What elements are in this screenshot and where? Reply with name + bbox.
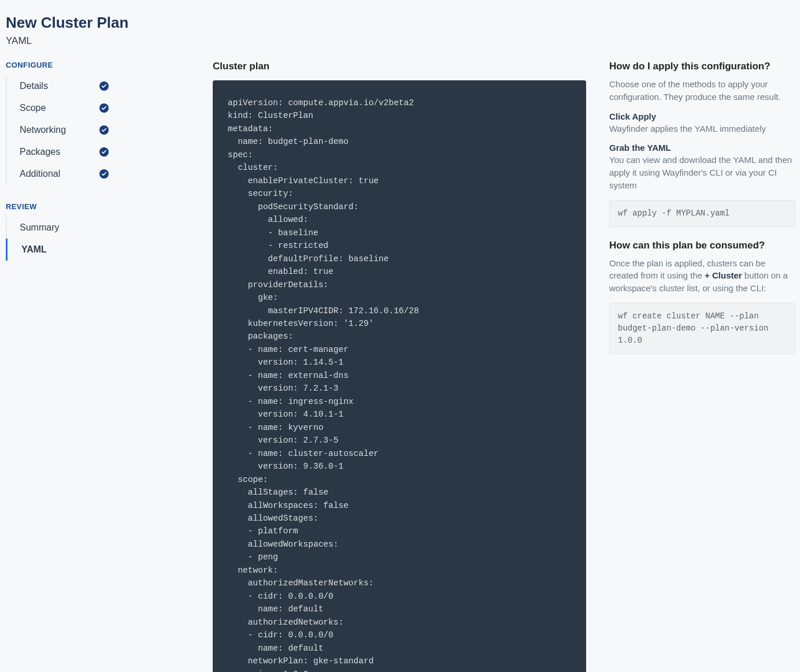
grab-yaml-text: You can view and download the YAML and t… xyxy=(609,154,795,191)
configure-nav: Details Scope Networking Packages Additi… xyxy=(6,75,109,185)
cluster-plan-heading: Cluster plan xyxy=(213,61,586,72)
sidebar-item-additional[interactable]: Additional xyxy=(6,163,109,185)
cli-apply-command[interactable]: wf apply -f MYPLAN.yaml xyxy=(609,200,795,227)
page-title: New Cluster Plan xyxy=(6,14,800,32)
check-icon xyxy=(99,169,109,179)
check-icon xyxy=(99,81,109,91)
review-section-label: REVIEW xyxy=(6,202,213,211)
check-icon xyxy=(99,125,109,135)
click-apply-heading: Click Apply xyxy=(609,112,795,121)
sidebar-item-packages[interactable]: Packages xyxy=(6,141,109,163)
help-panel: How do I apply this configuration? Choos… xyxy=(609,61,795,367)
page-header: New Cluster Plan YAML xyxy=(6,6,800,61)
help-q1-title: How do I apply this configuration? xyxy=(609,61,795,72)
sidebar-item-label: Scope xyxy=(20,103,46,113)
sidebar-item-label: Details xyxy=(20,81,48,91)
sidebar: CONFIGURE Details Scope Networking Packa… xyxy=(6,61,213,278)
sidebar-item-label: Additional xyxy=(20,169,60,179)
review-nav: Summary YAML xyxy=(6,217,109,261)
sidebar-item-details[interactable]: Details xyxy=(6,75,109,97)
sidebar-item-yaml[interactable]: YAML xyxy=(6,239,109,261)
help-q2-title: How can this plan be consumed? xyxy=(609,240,795,251)
sidebar-item-summary[interactable]: Summary xyxy=(6,217,109,239)
sidebar-item-label: YAML xyxy=(21,244,47,255)
sidebar-item-label: Networking xyxy=(20,125,66,135)
check-icon xyxy=(99,103,109,113)
help-q2-text: Once the plan is applied, clusters can b… xyxy=(609,257,795,295)
sidebar-item-networking[interactable]: Networking xyxy=(6,119,109,141)
cli-create-command[interactable]: wf create cluster NAME --plan budget-pla… xyxy=(609,303,795,354)
check-icon xyxy=(99,147,109,157)
cluster-button-ref: + Cluster xyxy=(705,270,742,280)
sidebar-item-label: Summary xyxy=(20,222,59,233)
configure-section-label: CONFIGURE xyxy=(6,61,213,69)
page-subtitle: YAML xyxy=(6,35,800,47)
help-q1-text: Choose one of the methods to apply your … xyxy=(609,78,795,103)
grab-yaml-heading: Grab the YAML xyxy=(609,143,795,153)
click-apply-text: Wayfinder applies the YAML immediately xyxy=(609,122,795,135)
sidebar-item-scope[interactable]: Scope xyxy=(6,97,109,119)
sidebar-item-label: Packages xyxy=(20,147,60,157)
yaml-code-block[interactable]: apiVersion: compute.appvia.io/v2beta2 ki… xyxy=(213,80,586,672)
main-content: Cluster plan apiVersion: compute.appvia.… xyxy=(213,61,586,672)
